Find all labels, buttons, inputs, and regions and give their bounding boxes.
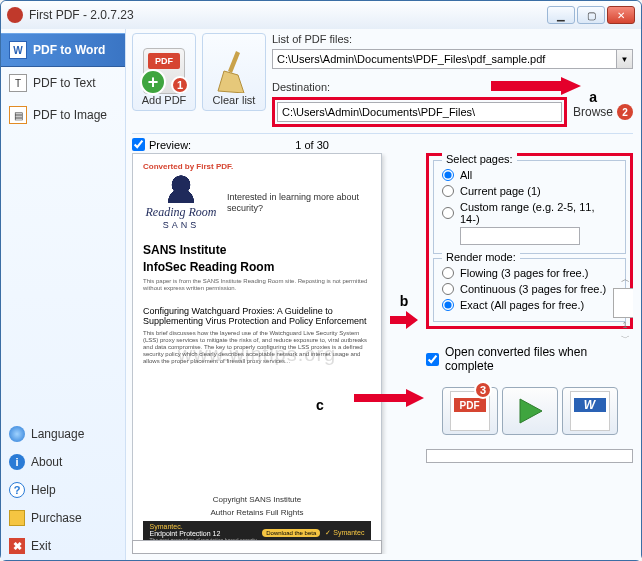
doc-paragraph: This brief discusses how the layered use… <box>143 330 371 364</box>
symantec-right: ✓ Symantec <box>325 529 364 537</box>
chevron-up-icon[interactable]: ︿ <box>621 273 630 286</box>
select-pages-legend: Select pages: <box>442 153 517 165</box>
annotation-a: a <box>589 89 597 105</box>
step-badge-1: 1 <box>171 76 189 94</box>
cart-icon <box>9 510 25 526</box>
arrow-c-icon <box>354 389 424 407</box>
sidebar-item-label: Help <box>31 483 56 497</box>
preview-checkbox[interactable] <box>132 138 145 151</box>
destination-input[interactable] <box>277 102 562 122</box>
main-panel: a 1 Add PDF Clear list List of PDF files… <box>126 29 641 560</box>
word-icon: W <box>9 41 27 59</box>
thumb-page-number: 1 <box>622 320 627 330</box>
sidebar-item-label: Exit <box>31 539 51 553</box>
radio-current[interactable]: Current page (1) <box>442 183 617 199</box>
help-icon: ? <box>9 482 25 498</box>
reading-room-title: Reading Room <box>143 205 219 220</box>
page-thumb-nav: ︿ 1 ﹀ <box>613 273 633 345</box>
sidebar-item-label: PDF to Image <box>33 108 107 122</box>
app-window: First PDF - 2.0.7.23 ▁ ▢ ✕ W PDF to Word… <box>0 0 642 561</box>
custom-range-input[interactable] <box>460 227 580 245</box>
browse-button[interactable]: Browse 2 <box>573 104 633 120</box>
window-title: First PDF - 2.0.7.23 <box>29 8 547 22</box>
info-icon: i <box>9 454 25 470</box>
preview-label: Preview: <box>149 139 191 151</box>
arrow-b-icon <box>390 311 418 329</box>
radio-continuous[interactable]: Continuous (3 pages for free.) <box>442 281 617 297</box>
render-mode-legend: Render mode: <box>442 251 520 263</box>
close-button[interactable]: ✕ <box>607 6 635 24</box>
sidebar-item-about[interactable]: i About <box>1 448 125 476</box>
file-list-dropdown[interactable]: ▼ <box>617 49 633 69</box>
open-when-complete-checkbox[interactable]: Open converted files when complete <box>426 345 633 373</box>
doc-heading-1b: InfoSec Reading Room <box>143 261 371 274</box>
exit-icon: ✖ <box>9 538 25 554</box>
sidebar: W PDF to Word T PDF to Text ▤ PDF to Ima… <box>1 29 126 560</box>
radio-all[interactable]: All <box>442 167 617 183</box>
chevron-down-icon[interactable]: ﹀ <box>621 332 630 345</box>
play-icon <box>514 395 546 427</box>
add-pdf-button[interactable]: 1 Add PDF <box>132 33 196 111</box>
maximize-button[interactable]: ▢ <box>577 6 605 24</box>
file-list-label: List of PDF files: <box>272 33 633 45</box>
radio-exact[interactable]: Exact (All pages for free.) <box>442 297 617 313</box>
sidebar-item-label: PDF to Word <box>33 43 105 57</box>
render-mode-group: Render mode: Flowing (3 pages for free.)… <box>433 258 626 322</box>
toolbtn-label: Clear list <box>213 94 256 106</box>
symantec-download: Download the beta <box>262 529 320 537</box>
progress-bar <box>426 449 633 463</box>
page-indicator: 1 of 30 <box>191 139 433 151</box>
converted-by-label: Converted by First PDF. <box>143 162 371 171</box>
page-thumbnail[interactable] <box>613 288 633 318</box>
reading-room-tagline: Interested in learning more about securi… <box>227 192 371 214</box>
sidebar-item-label: PDF to Text <box>33 76 95 90</box>
reading-room-logo-icon <box>156 175 206 203</box>
convert-button-row: 3 c <box>426 387 633 435</box>
svg-marker-3 <box>354 389 424 407</box>
sidebar-item-pdf-to-image[interactable]: ▤ PDF to Image <box>1 99 125 131</box>
svg-marker-1 <box>390 311 418 329</box>
doc-heading-2: Configuring Watchguard Proxies: A Guidel… <box>143 306 371 327</box>
sidebar-item-purchase[interactable]: Purchase <box>1 504 125 532</box>
browse-label: Browse <box>573 105 613 119</box>
svg-marker-2 <box>520 399 542 423</box>
step-badge-2: 2 <box>617 104 633 120</box>
sidebar-item-label: Language <box>31 427 84 441</box>
clear-list-button[interactable]: Clear list <box>202 33 266 111</box>
sans-subtitle: SANS <box>143 220 219 230</box>
preview-page: Converted by First PDF. Reading Room SAN… <box>132 153 382 554</box>
app-icon <box>7 7 23 23</box>
titlebar: First PDF - 2.0.7.23 ▁ ▢ ✕ <box>1 1 641 29</box>
preview-progress-bar <box>132 540 382 554</box>
broom-icon <box>213 48 255 94</box>
step-badge-3: 3 <box>474 381 492 399</box>
sidebar-item-language[interactable]: Language <box>1 420 125 448</box>
sidebar-item-label: Purchase <box>31 511 82 525</box>
svg-marker-0 <box>491 77 581 95</box>
toolbtn-label: Add PDF <box>142 94 187 106</box>
doc-heading-1a: SANS Institute <box>143 244 371 257</box>
symantec-brand: Symantec. <box>150 523 258 530</box>
text-icon: T <box>9 74 27 92</box>
convert-button[interactable] <box>502 387 558 435</box>
image-icon: ▤ <box>9 106 27 124</box>
radio-custom[interactable]: Custom range (e.g. 2-5, 11, 14-) <box>442 199 617 227</box>
sidebar-item-pdf-to-word[interactable]: W PDF to Word <box>1 33 125 67</box>
word-doc-icon <box>570 391 610 431</box>
arrow-a-icon <box>491 77 581 95</box>
copyright-1: Copyright SANS Institute <box>143 495 371 504</box>
radio-flowing[interactable]: Flowing (3 pages for free.) <box>442 265 617 281</box>
file-list-input[interactable] <box>272 49 617 69</box>
minimize-button[interactable]: ▁ <box>547 6 575 24</box>
sidebar-item-pdf-to-text[interactable]: T PDF to Text <box>1 67 125 99</box>
convert-target-word-tile <box>562 387 618 435</box>
doc-disclaimer: This paper is from the SANS Institute Re… <box>143 278 371 291</box>
select-pages-group: Select pages: All Current page (1) Custo… <box>433 160 626 254</box>
globe-icon <box>9 426 25 442</box>
copyright-2: Author Retains Full Rights <box>143 508 371 517</box>
sidebar-item-label: About <box>31 455 62 469</box>
annotation-b: b <box>400 293 409 309</box>
symantec-product: Endpoint Protection 12 <box>150 530 258 537</box>
sidebar-item-help[interactable]: ? Help <box>1 476 125 504</box>
sidebar-item-exit[interactable]: ✖ Exit <box>1 532 125 560</box>
